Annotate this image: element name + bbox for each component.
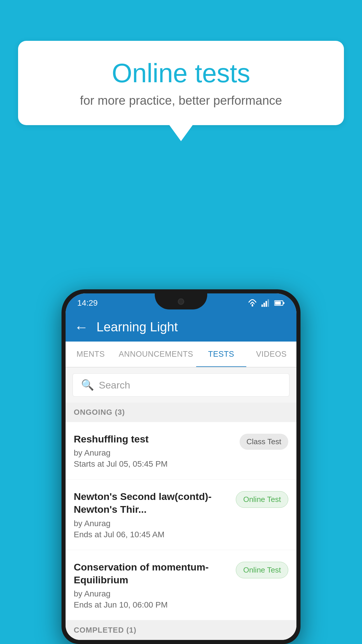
completed-label: COMPLETED (1) bbox=[74, 626, 136, 634]
tests-list: Reshuffling test by Anurag Starts at Jul… bbox=[66, 422, 296, 620]
status-bar: 14:29 bbox=[66, 293, 296, 312]
completed-section-header: COMPLETED (1) bbox=[66, 620, 296, 640]
phone-screen: 14:29 bbox=[66, 293, 296, 640]
phone-frame: 14:29 bbox=[61, 289, 301, 644]
bubble-arrow bbox=[169, 125, 193, 141]
svg-rect-2 bbox=[263, 303, 265, 307]
test-info-2: Newton's Second law(contd)-Newton's Thir… bbox=[74, 490, 236, 539]
status-time: 14:29 bbox=[77, 298, 98, 308]
test-badge-3: Online Test bbox=[236, 562, 288, 578]
svg-rect-3 bbox=[266, 301, 267, 307]
search-container: 🔍 Search bbox=[66, 368, 296, 402]
phone-wrapper: 14:29 bbox=[61, 289, 301, 644]
speech-bubble: Online tests for more practice, better p… bbox=[18, 41, 344, 125]
test-author-1: by Anurag bbox=[74, 448, 234, 458]
ongoing-section-header: ONGOING (3) bbox=[66, 402, 296, 422]
test-info-1: Reshuffling test by Anurag Starts at Jul… bbox=[74, 433, 240, 469]
ongoing-label: ONGOING (3) bbox=[74, 408, 125, 416]
test-author-2: by Anurag bbox=[74, 519, 230, 528]
svg-rect-4 bbox=[268, 299, 269, 307]
test-badge-1: Class Test bbox=[240, 434, 288, 450]
test-item-3[interactable]: Conservation of momentum-Equilibrium by … bbox=[66, 550, 296, 620]
tab-ments[interactable]: MENTS bbox=[66, 342, 116, 367]
test-time-2: Ends at Jul 06, 10:45 AM bbox=[74, 530, 230, 539]
camera bbox=[178, 298, 184, 305]
test-name-2: Newton's Second law(contd)-Newton's Thir… bbox=[74, 490, 230, 516]
test-name-3: Conservation of momentum-Equilibrium bbox=[74, 561, 230, 586]
wifi-icon bbox=[247, 299, 257, 307]
test-author-3: by Anurag bbox=[74, 589, 230, 598]
test-item-1[interactable]: Reshuffling test by Anurag Starts at Jul… bbox=[66, 422, 296, 480]
tab-videos[interactable]: VIDEOS bbox=[246, 342, 296, 367]
test-time-1: Starts at Jul 05, 05:45 PM bbox=[74, 459, 234, 469]
svg-rect-6 bbox=[275, 301, 281, 304]
search-icon: 🔍 bbox=[81, 379, 94, 391]
phone-notch bbox=[155, 293, 207, 309]
search-bar[interactable]: 🔍 Search bbox=[73, 373, 289, 397]
app-title: Learning Light bbox=[96, 320, 178, 334]
test-name-1: Reshuffling test bbox=[74, 433, 234, 445]
test-item-2[interactable]: Newton's Second law(contd)-Newton's Thir… bbox=[66, 480, 296, 550]
test-info-3: Conservation of momentum-Equilibrium by … bbox=[74, 561, 236, 610]
test-time-3: Ends at Jun 10, 06:00 PM bbox=[74, 600, 230, 610]
app-header: ← Learning Light bbox=[66, 312, 296, 342]
test-badge-2: Online Test bbox=[236, 491, 288, 508]
speech-bubble-container: Online tests for more practice, better p… bbox=[18, 41, 344, 141]
status-icons bbox=[247, 299, 285, 307]
back-button[interactable]: ← bbox=[74, 319, 88, 335]
svg-point-0 bbox=[252, 305, 253, 307]
tab-tests[interactable]: TESTS bbox=[196, 342, 246, 367]
bubble-subtitle: for more practice, better performance bbox=[41, 94, 321, 108]
signal-icon bbox=[261, 299, 270, 307]
svg-rect-7 bbox=[283, 302, 284, 304]
search-placeholder: Search bbox=[99, 379, 130, 391]
tabs-container: MENTS ANNOUNCEMENTS TESTS VIDEOS bbox=[66, 342, 296, 368]
bubble-title: Online tests bbox=[41, 58, 321, 88]
battery-icon bbox=[274, 300, 285, 306]
tab-announcements[interactable]: ANNOUNCEMENTS bbox=[116, 342, 196, 367]
svg-rect-1 bbox=[261, 304, 263, 307]
